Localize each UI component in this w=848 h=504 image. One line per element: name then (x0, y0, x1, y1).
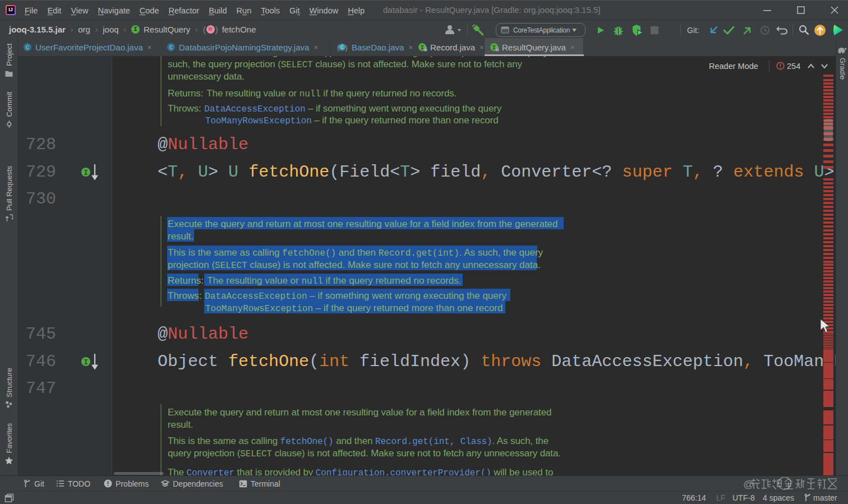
svg-text:): ) (345, 44, 348, 52)
svg-text:C: C (26, 45, 29, 51)
svg-text:I: I (492, 45, 496, 51)
svg-text:C: C (169, 45, 173, 51)
svg-text:C: C (340, 44, 344, 50)
svg-text:@: @ (743, 478, 754, 490)
svg-text:I: I (84, 359, 87, 367)
svg-text:I: I (421, 45, 424, 51)
svg-text:I: I (84, 169, 87, 177)
